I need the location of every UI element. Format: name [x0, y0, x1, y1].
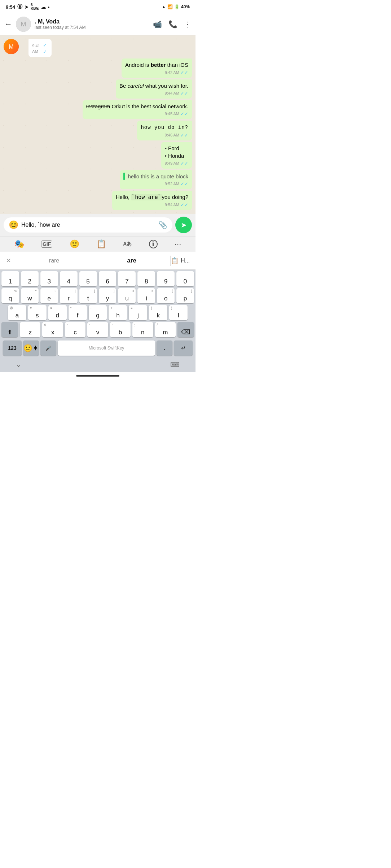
- key-5[interactable]: 5: [79, 271, 97, 286]
- header-actions: 📹 📞 ⋮: [153, 20, 191, 29]
- key-b[interactable]: :b: [110, 322, 131, 337]
- list-item: Instagram Orkut is the best social netwo…: [83, 100, 192, 119]
- send-button[interactable]: ➤: [175, 217, 192, 233]
- list-item: Hello, `how are`you doing? 9:54 AM ✓✓: [112, 191, 192, 210]
- key-r[interactable]: |r: [60, 288, 78, 303]
- key-7[interactable]: 7: [118, 271, 136, 286]
- svg-text:M: M: [21, 21, 26, 28]
- key-h[interactable]: +h: [109, 305, 127, 320]
- sticker-icon[interactable]: 🎭: [14, 239, 24, 249]
- message-ticks: ✓✓: [180, 160, 188, 167]
- key-i[interactable]: >i: [137, 288, 155, 303]
- suggestion-h[interactable]: H...: [181, 256, 190, 265]
- header-info[interactable]: . M, Voda last seen today at 7:54 AM: [35, 18, 149, 30]
- suggestion-rare[interactable]: rare: [16, 256, 93, 265]
- status-bar: 9:54 Ⓑ ➤ 6KB/s ☁ • ▲ 📶 🔋 40%: [0, 0, 196, 13]
- key-period[interactable]: .: [157, 340, 172, 356]
- key-u[interactable]: <u: [118, 288, 136, 303]
- phone-call-icon[interactable]: 📞: [168, 20, 177, 29]
- translate-icon[interactable]: Aあ: [123, 241, 132, 247]
- clipboard-small-icon[interactable]: 📋: [171, 257, 179, 265]
- key-s[interactable]: #s: [28, 305, 47, 320]
- key-j[interactable]: =j: [129, 305, 147, 320]
- key-9[interactable]: 9: [157, 271, 175, 286]
- list-item: Android is better than iOS 9:42 AM ✓✓: [122, 58, 192, 78]
- key-m[interactable]: /m: [155, 322, 176, 337]
- wifi-icon: ▲: [162, 4, 166, 9]
- key-4[interactable]: 4: [60, 271, 78, 286]
- suggestion-right: 📋 H...: [171, 256, 190, 265]
- message-time: 9:42 AM: [165, 70, 179, 75]
- key-numeric[interactable]: 123: [3, 340, 22, 356]
- data-speed: 6KB/s: [31, 3, 39, 10]
- key-0[interactable]: 0: [176, 271, 194, 286]
- more-tools-icon[interactable]: ···: [175, 239, 181, 249]
- message-text: Be careful what you wish for.: [119, 83, 188, 89]
- message-ticks: ✓✓: [180, 181, 188, 187]
- key-f[interactable]: *f: [69, 305, 87, 320]
- key-k[interactable]: (k: [149, 305, 167, 320]
- key-t[interactable]: [t: [79, 288, 97, 303]
- signal-icon: 📶: [167, 4, 173, 9]
- clipboard-icon[interactable]: 📋: [96, 239, 106, 249]
- inline-code: `how are`: [131, 194, 162, 200]
- key-v[interactable]: 'v: [87, 322, 108, 337]
- key-1[interactable]: 1: [1, 271, 19, 286]
- key-backspace[interactable]: ⌫: [177, 322, 194, 337]
- emoji-button[interactable]: 😊: [9, 220, 18, 230]
- input-box[interactable]: 😊 📎: [4, 217, 172, 233]
- key-c[interactable]: "c: [65, 322, 85, 337]
- more-options-icon[interactable]: ⋮: [184, 20, 191, 29]
- back-button[interactable]: ←: [4, 19, 12, 29]
- key-y[interactable]: ]y: [99, 288, 117, 303]
- status-time: 9:54: [6, 4, 15, 10]
- key-z[interactable]: -z: [20, 322, 40, 337]
- emoji-sticker-icon[interactable]: 🙂: [70, 239, 79, 249]
- key-g[interactable]: -g: [89, 305, 107, 320]
- input-area: 😊 📎 ➤: [0, 214, 196, 236]
- list-item: how you do in? 9:46 AM ✓✓: [137, 121, 192, 140]
- attach-icon[interactable]: 📎: [158, 221, 167, 229]
- message-time: 9:54 AM: [165, 202, 179, 208]
- key-l[interactable]: )l: [169, 305, 188, 320]
- video-call-icon[interactable]: 📹: [153, 20, 162, 29]
- key-w[interactable]: ^w: [21, 288, 39, 303]
- b-icon: Ⓑ: [17, 4, 22, 10]
- key-emoji[interactable]: 🙂✦: [23, 340, 39, 356]
- key-x[interactable]: $x: [42, 322, 63, 337]
- kb-close-button[interactable]: ✕: [6, 257, 11, 265]
- contact-status: last seen today at 7:54 AM: [35, 25, 149, 30]
- key-8[interactable]: 8: [137, 271, 155, 286]
- message-time: 9:41 AM: [32, 43, 42, 55]
- key-6[interactable]: 6: [99, 271, 117, 286]
- key-n[interactable]: ;n: [132, 322, 153, 337]
- message-ticks: ✓✓: [180, 132, 188, 139]
- key-2[interactable]: 2: [21, 271, 39, 286]
- quote-bar: [123, 173, 125, 180]
- kb-hide-icon[interactable]: ⌄: [16, 361, 21, 369]
- key-shift[interactable]: ⬆: [1, 322, 18, 337]
- chat-body: M 9:41 AM ✓✓ Android is better than iOS …: [0, 35, 196, 214]
- key-q[interactable]: %q: [1, 288, 19, 303]
- key-p[interactable]: }p: [176, 288, 194, 303]
- key-e[interactable]: ~e: [40, 288, 58, 303]
- kb-keyboard-icon[interactable]: ⌨: [170, 361, 180, 369]
- key-space[interactable]: Microsoft SwiftKey: [58, 340, 155, 356]
- key-return[interactable]: ↵: [174, 340, 193, 356]
- bullet-list: Ford Honda: [165, 144, 188, 160]
- key-3[interactable]: 3: [40, 271, 58, 286]
- key-mic[interactable]: 🎤: [40, 340, 56, 356]
- message-input[interactable]: [21, 222, 155, 228]
- key-o[interactable]: {o: [157, 288, 175, 303]
- key-d[interactable]: &d: [48, 305, 67, 320]
- list-item-honda: Honda: [165, 152, 188, 160]
- info-circle-icon[interactable]: ℹ: [149, 240, 158, 248]
- strike-text: Instagram: [86, 103, 110, 109]
- suggestion-are[interactable]: are: [93, 256, 170, 266]
- table-row: Hello, `how are`you doing? 9:54 AM ✓✓: [4, 191, 192, 210]
- cloud-icon: ☁: [41, 4, 46, 10]
- contact-avatar[interactable]: M: [16, 17, 31, 32]
- key-a[interactable]: @a: [8, 305, 26, 320]
- gif-icon[interactable]: GIF: [41, 240, 52, 248]
- keyboard: 1 2 3 4 5 6 7 8 9 0 %q ^w ~e |r [t ]y <u…: [0, 270, 196, 372]
